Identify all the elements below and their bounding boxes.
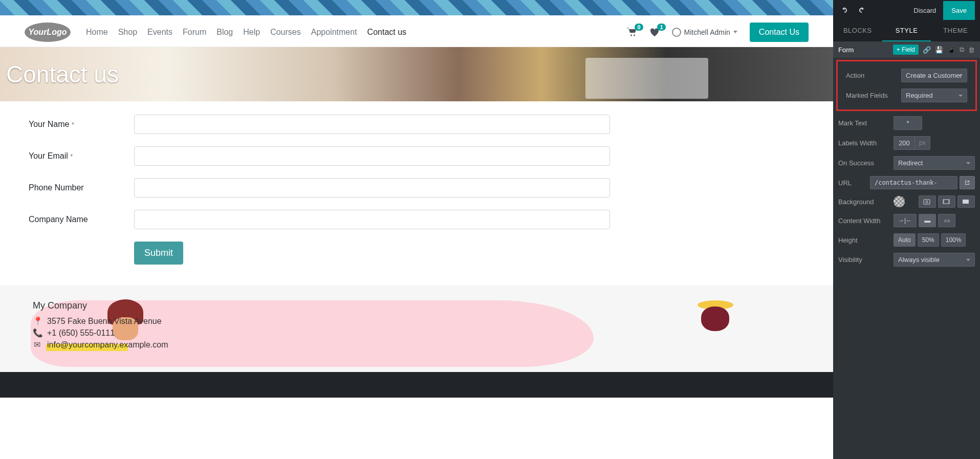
height-50-button[interactable]: 50% xyxy=(918,233,939,247)
label-mark-text: Mark Text xyxy=(838,119,889,127)
sidebar-tabs: BLOCKS STYLE THEME xyxy=(833,20,980,41)
width-narrow-button[interactable]: →|← xyxy=(894,214,917,227)
nav-courses[interactable]: Courses xyxy=(270,24,301,41)
input-mark-text[interactable] xyxy=(894,116,922,130)
input-phone[interactable] xyxy=(134,178,610,198)
discard-button[interactable]: Discard xyxy=(906,2,943,19)
height-auto-button[interactable]: Auto xyxy=(894,233,916,247)
redo-icon xyxy=(858,6,866,14)
copy-icon[interactable]: ⧉ xyxy=(960,46,964,54)
nav-links: Home Shop Events Forum Blog Help Courses… xyxy=(86,24,406,41)
contact-us-button[interactable]: Contact Us xyxy=(750,23,809,42)
section-title: Form xyxy=(838,46,854,54)
input-company[interactable] xyxy=(134,210,610,229)
logo-text: YourLogo xyxy=(29,28,67,37)
width-normal-button[interactable]: ▬ xyxy=(919,214,936,227)
nav-help[interactable]: Help xyxy=(243,24,260,41)
bg-shape-button[interactable] xyxy=(957,195,975,208)
svg-point-1 xyxy=(926,201,928,203)
input-your-email[interactable] xyxy=(134,146,610,166)
nav-home[interactable]: Home xyxy=(86,24,108,41)
redo-button[interactable] xyxy=(856,4,868,16)
select-marked-fields[interactable]: Required xyxy=(901,89,967,102)
hero-pattern xyxy=(0,0,833,17)
nav-shop[interactable]: Shop xyxy=(118,24,137,41)
background-none[interactable] xyxy=(894,196,905,207)
undo-button[interactable] xyxy=(838,4,851,16)
tab-theme[interactable]: THEME xyxy=(931,20,980,41)
contact-form[interactable]: Your Name * Your Email * Phone Number Co… xyxy=(0,101,833,285)
highlighted-options: Action Create a Customer Marked Fields R… xyxy=(836,60,977,111)
nav-events[interactable]: Events xyxy=(147,24,172,41)
link-icon[interactable]: 🔗 xyxy=(923,46,931,54)
width-full-button[interactable]: ▭ xyxy=(938,214,955,227)
input-url[interactable] xyxy=(870,176,957,189)
nav-appointment[interactable]: Appointment xyxy=(311,24,357,41)
cart-button[interactable]: 0 xyxy=(627,28,637,37)
input-labels-width[interactable]: px xyxy=(894,136,930,150)
nav-forum[interactable]: Forum xyxy=(183,24,206,41)
footer-email: info@yourcompany.example.com xyxy=(47,340,168,349)
tab-style[interactable]: STYLE xyxy=(882,20,931,41)
nav-blog[interactable]: Blog xyxy=(216,24,233,41)
label-company: Company Name xyxy=(29,215,134,224)
label-your-name: Your Name * xyxy=(29,120,134,129)
navbar: YourLogo Home Shop Events Forum Blog Hel… xyxy=(0,17,833,47)
save-button[interactable]: Save xyxy=(943,1,975,20)
banner: Contact us xyxy=(0,47,833,101)
phone-icon: 📞 xyxy=(33,328,41,338)
label-height: Height xyxy=(838,236,889,244)
trash-icon[interactable]: 🗑 xyxy=(968,46,975,54)
wishlist-badge: 1 xyxy=(657,24,665,31)
bg-video-button[interactable] xyxy=(938,195,955,208)
form-section-header: Form + Field 🔗 💾 📱 ⧉ 🗑 xyxy=(833,41,980,58)
select-action[interactable]: Create a Customer xyxy=(901,69,967,82)
tab-blocks[interactable]: BLOCKS xyxy=(833,20,882,41)
mobile-icon[interactable]: 📱 xyxy=(947,46,955,54)
label-on-success: On Success xyxy=(838,159,889,167)
camera-icon xyxy=(923,199,930,205)
chevron-down-icon xyxy=(733,31,737,33)
user-icon xyxy=(672,28,681,37)
footer-bottom-bar xyxy=(0,372,833,398)
label-background: Background xyxy=(838,198,889,206)
cart-badge: 0 xyxy=(635,24,643,31)
svg-rect-3 xyxy=(963,200,969,204)
submit-button[interactable]: Submit xyxy=(134,242,183,265)
shape-icon xyxy=(962,199,969,205)
external-link-icon xyxy=(964,180,970,186)
height-100-button[interactable]: 100% xyxy=(941,233,966,247)
svg-rect-0 xyxy=(924,200,930,204)
wishlist-button[interactable]: 1 xyxy=(649,28,660,37)
open-url-button[interactable] xyxy=(960,176,975,189)
video-icon xyxy=(943,199,950,205)
nav-contact[interactable]: Contact us xyxy=(367,24,406,41)
map-pin-icon: 📍 xyxy=(33,316,41,326)
label-labels-width: Labels Width xyxy=(838,139,889,147)
select-on-success[interactable]: Redirect xyxy=(894,156,975,170)
envelope-icon: ✉ xyxy=(33,340,41,349)
undo-icon xyxy=(840,6,848,14)
logo[interactable]: YourLogo xyxy=(25,23,71,42)
footer-address: 3575 Fake Buena Vista Avenue xyxy=(47,317,162,326)
input-your-name[interactable] xyxy=(134,115,610,134)
label-url: URL xyxy=(838,179,866,187)
footer: My Company 📍 3575 Fake Buena Vista Avenu… xyxy=(0,285,833,372)
label-marked-fields: Marked Fields xyxy=(846,92,897,99)
label-your-email: Your Email * xyxy=(29,151,134,161)
add-field-button[interactable]: + Field xyxy=(893,45,919,55)
user-menu[interactable]: Mitchell Admin xyxy=(672,28,737,37)
footer-phone: +1 (650) 555-0111 xyxy=(47,329,115,338)
label-phone: Phone Number xyxy=(29,183,134,192)
label-content-width: Content Width xyxy=(838,217,889,225)
svg-rect-2 xyxy=(943,200,949,204)
select-visibility[interactable]: Always visible xyxy=(894,253,975,267)
editor-sidebar: Discard Save BLOCKS STYLE THEME Form + F… xyxy=(833,0,980,459)
label-action: Action xyxy=(846,72,897,79)
footer-company: My Company xyxy=(33,300,800,311)
user-name: Mitchell Admin xyxy=(684,28,730,36)
sidebar-topbar: Discard Save xyxy=(833,0,980,20)
page-title: Contact us xyxy=(6,60,119,88)
save-snippet-icon[interactable]: 💾 xyxy=(935,46,943,54)
bg-image-button[interactable] xyxy=(919,195,936,208)
